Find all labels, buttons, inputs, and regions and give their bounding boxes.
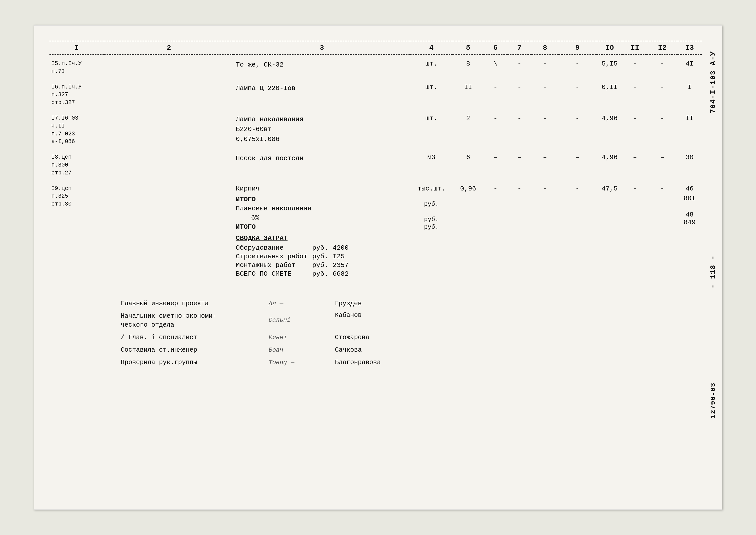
table-header-row: I 2 3 4 5 6 7 8 9 IO II I2 I3 (49, 41, 702, 55)
row-desc-and-summary: Кирпич ИТОГО Плановые накопления 6% ИТОГ… (234, 180, 410, 281)
row-qty-19: 0,96 (453, 180, 484, 281)
sig-name-0: Груздев (335, 300, 386, 307)
row-col10-16: - (623, 78, 647, 109)
header-col-8: 8 (531, 41, 559, 55)
row-col9-19: 47,5 (596, 180, 623, 281)
row-col12-17: II (678, 109, 702, 149)
row-col6-19: - (507, 180, 531, 281)
row-col7-19: - (531, 180, 559, 281)
row-col11-19: - (647, 180, 678, 281)
side-label-mid: - 118 - (709, 255, 717, 289)
svodka-vsego: ВСЕГО ПО СМЕТЕ руб. 6682 (236, 270, 408, 278)
summary-planovye-pct: 6% (236, 214, 408, 222)
row-unit-17: шт. (410, 109, 453, 149)
row-col5-18: – (484, 149, 507, 180)
row-col10-18: – (623, 149, 647, 180)
svodka-oborudovanie: Оборудование руб. 4200 (236, 244, 408, 252)
row-col6-15: - (507, 55, 531, 78)
sig-line-4: Тоеng — (269, 359, 325, 366)
header-col-4: 4 (410, 41, 453, 55)
summary-itogo2: ИТОГО (236, 223, 408, 231)
row-qty-17: 2 (453, 109, 484, 149)
row-col10-15: - (623, 55, 647, 78)
header-col-3: 3 (234, 41, 410, 55)
row-col7-17: - (531, 109, 559, 149)
side-label-top: 704-I-103 А-У (709, 51, 717, 113)
sig-role-3: Составила ст.инженер (121, 346, 259, 354)
signatures-row: Главный инженер проекта Ал — Груздев Нач… (49, 281, 702, 372)
row-col6-16: - (507, 78, 531, 109)
row-col6-17: - (507, 109, 531, 149)
row-unit-16: шт. (410, 78, 453, 109)
sig-row-4: Проверила рук.группы Тоеng — Благонравов… (121, 358, 700, 367)
row-col7-18: – (531, 149, 559, 180)
header-col-13: I3 (678, 41, 702, 55)
row-ref-15: I5.п.Iч.Уп.7I (49, 55, 104, 78)
row-col11-18: – (647, 149, 678, 180)
signatures-section: Главный инженер проекта Ал — Груздев Нач… (49, 299, 700, 367)
row-col9-16: 0,II (596, 78, 623, 109)
row-col9-17: 4,96 (596, 109, 623, 149)
sig-name-1: Кабанов (335, 312, 386, 319)
row-col8-18: – (559, 149, 596, 180)
row-desc-15: То же, СК-32 (234, 55, 410, 78)
row-col12-19: 46 80I 48 849 (678, 180, 702, 281)
row-col5-16: - (484, 78, 507, 109)
row-desc-18: Песок для постели (234, 149, 410, 180)
svodka-montazhnykh: Монтажных работ руб. 2357 (236, 261, 408, 269)
row-ref-17: I7.I6-03ч.IIп.7-023к-I,086 (49, 109, 104, 149)
header-col-5: 5 (453, 41, 484, 55)
header-col-7: 7 (507, 41, 531, 55)
row-col8-16: - (559, 78, 596, 109)
row-col12-18: 30 (678, 149, 702, 180)
row-unit-19: тыс.шт. руб. руб. руб. (410, 180, 453, 281)
row-col5-19: - (484, 180, 507, 281)
header-col-1: I (49, 41, 104, 55)
header-col-9: 9 (559, 41, 596, 55)
row-unit-15: шт. (410, 55, 453, 78)
row-col5-17: - (484, 109, 507, 149)
row-col11-17: - (647, 109, 678, 149)
sig-name-4: Благонравова (335, 359, 386, 366)
table-row: I8.цспп.300стр.27 Песок для постели м3 6… (49, 149, 702, 180)
row-qty-15: 8 (453, 55, 484, 78)
row-col11-15: - (647, 55, 678, 78)
row-unit-18: м3 (410, 149, 453, 180)
sig-line-1: Сальні (269, 317, 325, 324)
document-page: 704-I-103 А-У - 118 - 12796-03 I 2 3 4 5… (34, 25, 722, 510)
row-col7-15: - (531, 55, 559, 78)
header-col-10: IO (596, 41, 623, 55)
header-col-6: 6 (484, 41, 507, 55)
header-col-2: 2 (104, 41, 234, 55)
svodka-stroitelnykh: Строительных работ руб. I25 (236, 253, 408, 260)
sig-line-3: Боач (269, 347, 325, 353)
row-col11-16: - (647, 78, 678, 109)
row-col7-16: - (531, 78, 559, 109)
row-qty-18: 6 (453, 149, 484, 180)
row-col8-19: - (559, 180, 596, 281)
row-desc-19: Кирпич (236, 185, 408, 192)
table-row: I9.цспп.325стр.30 Кирпич ИТОГО Плановые … (49, 180, 702, 281)
sig-role-2: / Глав. і специалист (121, 333, 259, 342)
row-ref-19: I9.цспп.325стр.30 (49, 180, 104, 281)
sig-row-0: Главный инженер проекта Ал — Груздев (121, 299, 700, 308)
row-col6-18: – (507, 149, 531, 180)
sig-role-4: Проверила рук.группы (121, 358, 259, 367)
row-ref-16: I6.п.Iч.Уп.327стр.327 (49, 78, 104, 109)
row-col8-15: - (559, 55, 596, 78)
row-desc-16: Лампа Ц 220-Iов (234, 78, 410, 109)
row-desc-17: Лампа накаливанияБ220-60вт0,075хI,086 (234, 109, 410, 149)
row-col10-19: - (623, 180, 647, 281)
table-row: I7.I6-03ч.IIп.7-023к-I,086 Лампа накалив… (49, 109, 702, 149)
sig-row-2: / Глав. і специалист Кинні Стожарова (121, 333, 700, 342)
summary-planovye: Плановые накопления (236, 205, 408, 212)
row-col12-16: I (678, 78, 702, 109)
summary-itogo1: ИТОГО (236, 196, 408, 203)
row-qty-16: II (453, 78, 484, 109)
main-table: I 2 3 4 5 6 7 8 9 IO II I2 I3 I5.п.Iч.Уп… (49, 41, 702, 372)
side-label-bot: 12796-03 (709, 382, 717, 418)
row-col8-17: - (559, 109, 596, 149)
row-ref-18: I8.цспп.300стр.27 (49, 149, 104, 180)
row-col10-17: - (623, 109, 647, 149)
header-col-12: I2 (647, 41, 678, 55)
